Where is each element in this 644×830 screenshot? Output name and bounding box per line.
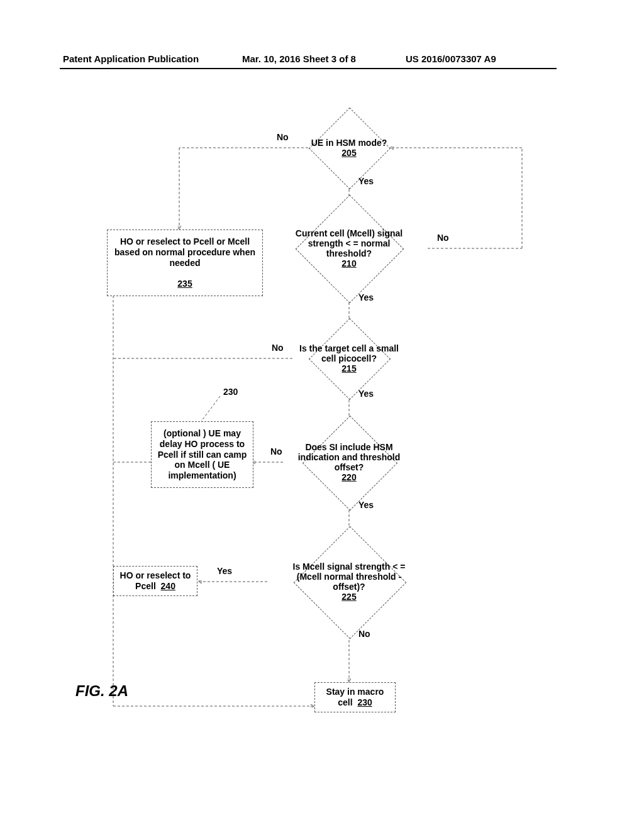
- d220-text: Does SI include HSM indication and thres…: [298, 442, 401, 472]
- label-no-215: No: [272, 343, 284, 353]
- header-rule: [60, 68, 557, 69]
- d220-ref: 220: [341, 472, 356, 482]
- b240-ref: 240: [161, 581, 175, 591]
- label-yes-205: Yes: [358, 176, 374, 186]
- b230-text: Stay in macro cell: [326, 687, 384, 707]
- d225-text: Is Mcell signal strength < = (Mcell norm…: [293, 562, 406, 592]
- b230opt-text: (optional ) UE may delay HO process to P…: [158, 428, 247, 480]
- flowchart: UE in HSM mode? 205 No Yes HO or reselec…: [75, 113, 541, 742]
- label-yes-215: Yes: [358, 389, 374, 399]
- d205-text: UE in HSM mode?: [311, 138, 387, 148]
- label-no-220: No: [270, 446, 282, 456]
- b235-ref: 235: [177, 279, 192, 289]
- d210-ref: 210: [341, 258, 356, 268]
- b230-ref: 230: [357, 697, 372, 707]
- process-240: HO or reselect to Pcell 240: [113, 566, 197, 596]
- d205-ref: 205: [341, 148, 356, 158]
- label-yes-220: Yes: [358, 500, 374, 510]
- b240-text: HO or reselect to Pcell: [120, 570, 191, 591]
- b235-text: HO or reselect to Pcell or Mcell based o…: [114, 236, 255, 268]
- header-left: Patent Application Publication: [63, 53, 199, 64]
- d215-ref: 215: [341, 363, 356, 374]
- callout-230: 230: [223, 387, 238, 397]
- process-235: HO or reselect to Pcell or Mcell based o…: [107, 230, 263, 296]
- label-yes-225: Yes: [217, 566, 232, 576]
- d215-text: Is the target cell a small cell picocell…: [299, 343, 399, 363]
- label-no-225: No: [358, 629, 370, 639]
- process-230: Stay in macro cell 230: [314, 682, 396, 712]
- d210-text: Current cell (Mcell) signal strength < =…: [296, 228, 402, 258]
- process-230-optional: (optional ) UE may delay HO process to P…: [151, 421, 253, 488]
- figure-label: FIG. 2A: [75, 682, 128, 700]
- label-yes-210: Yes: [358, 292, 374, 302]
- svg-line-17: [201, 396, 220, 421]
- label-no-210: No: [437, 233, 449, 243]
- header-center: Mar. 10, 2016 Sheet 3 of 8: [242, 53, 356, 64]
- header-right: US 2016/0073307 A9: [406, 53, 496, 64]
- connectors: [75, 113, 541, 742]
- label-no-205: No: [277, 132, 289, 142]
- d225-ref: 225: [341, 592, 356, 602]
